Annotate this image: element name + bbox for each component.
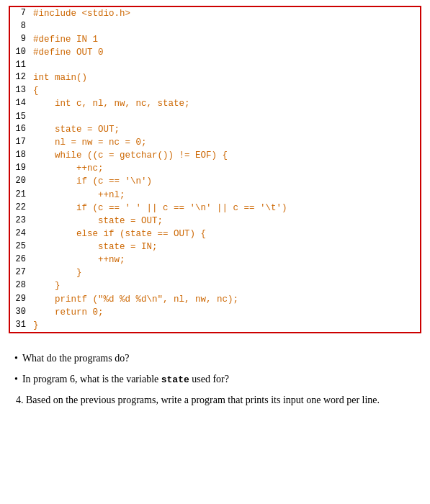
line-number: 7 [10, 7, 30, 20]
code-line: 9#define IN 1 [10, 33, 420, 46]
q2-code: state [161, 374, 189, 385]
code-line: 30 return 0; [10, 306, 420, 319]
code-line: 11 [10, 59, 420, 71]
line-number: 11 [10, 59, 30, 71]
bullet-2: • [14, 372, 18, 387]
line-number: 10 [10, 46, 30, 59]
questions-section: • What do the programs do? • In program … [0, 345, 430, 420]
code-block: 7#include <stdio.h>89#define IN 110#defi… [9, 6, 421, 333]
line-number: 25 [10, 240, 30, 253]
line-number: 19 [10, 162, 30, 175]
code-line: 14 int c, nl, nw, nc, state; [10, 97, 420, 110]
line-code: state = OUT; [30, 215, 420, 228]
code-line: 25 state = IN; [10, 240, 420, 253]
line-number: 16 [10, 123, 30, 136]
line-number: 13 [10, 84, 30, 97]
line-code [30, 111, 420, 123]
line-code: return 0; [30, 306, 420, 319]
line-code: #include <stdio.h> [30, 7, 420, 20]
bullet-1: • [14, 351, 18, 366]
line-code: nl = nw = nc = 0; [30, 136, 420, 149]
line-code: ++nc; [30, 162, 420, 175]
question-text-2: In program 6, what is the variable state… [22, 372, 229, 387]
code-line: 23 state = OUT; [10, 215, 420, 228]
code-line: 21 ++nl; [10, 189, 420, 202]
line-code: int c, nl, nw, nc, state; [30, 97, 420, 110]
line-number: 21 [10, 189, 30, 202]
q2-suffix: used for? [189, 374, 229, 384]
line-number: 26 [10, 253, 30, 266]
line-code: ++nl; [30, 189, 420, 202]
line-number: 22 [10, 202, 30, 215]
line-number: 12 [10, 71, 30, 84]
code-line: 28 } [10, 279, 420, 292]
question-text-1: What do the programs do? [22, 351, 130, 366]
code-line: 7#include <stdio.h> [10, 7, 420, 20]
line-number: 17 [10, 136, 30, 149]
code-line: 15 [10, 111, 420, 123]
line-number: 29 [10, 293, 30, 306]
line-number: 23 [10, 215, 30, 228]
line-number: 18 [10, 149, 30, 162]
line-code: } [30, 266, 420, 279]
line-number: 15 [10, 111, 30, 123]
line-number: 20 [10, 175, 30, 188]
line-number: 24 [10, 228, 30, 240]
line-number: 9 [10, 33, 30, 46]
line-code: else if (state == OUT) { [30, 228, 420, 240]
code-line: 8 [10, 20, 420, 32]
line-code: { [30, 84, 420, 97]
page-container: 7#include <stdio.h>89#define IN 110#defi… [0, 6, 430, 504]
line-code: ++nw; [30, 253, 420, 266]
question-item-1: • What do the programs do? [14, 351, 416, 366]
code-line: 19 ++nc; [10, 162, 420, 175]
line-code: int main() [30, 71, 420, 84]
code-line: 17 nl = nw = nc = 0; [10, 136, 420, 149]
line-number: 28 [10, 279, 30, 292]
code-line: 24 else if (state == OUT) { [10, 228, 420, 240]
code-line: 18 while ((c = getchar()) != EOF) { [10, 149, 420, 162]
line-number: 31 [10, 319, 30, 332]
line-code: if (c == ' ' || c == '\n' || c == '\t') [30, 202, 420, 215]
code-line: 29 printf ("%d %d %d\n", nl, nw, nc); [10, 293, 420, 306]
code-line: 16 state = OUT; [10, 123, 420, 136]
code-line: 26 ++nw; [10, 253, 420, 266]
line-code: state = IN; [30, 240, 420, 253]
code-line: 20 if (c == '\n') [10, 175, 420, 188]
question-item-2: • In program 6, what is the variable sta… [14, 372, 416, 387]
code-line: 31} [10, 319, 420, 332]
line-number: 30 [10, 306, 30, 319]
line-code [30, 20, 420, 32]
line-code: } [30, 319, 420, 332]
line-code: } [30, 279, 420, 292]
line-number: 27 [10, 266, 30, 279]
line-code: state = OUT; [30, 123, 420, 136]
question-4: 4. Based on the previous programs, write… [14, 392, 416, 408]
q2-prefix: In program 6, what is the variable [22, 374, 161, 384]
code-line: 22 if (c == ' ' || c == '\n' || c == '\t… [10, 202, 420, 215]
line-code: printf ("%d %d %d\n", nl, nw, nc); [30, 293, 420, 306]
line-code: while ((c = getchar()) != EOF) { [30, 149, 420, 162]
code-line: 13{ [10, 84, 420, 97]
line-code: #define IN 1 [30, 33, 420, 46]
line-number: 8 [10, 20, 30, 32]
line-code: #define OUT 0 [30, 46, 420, 59]
line-number: 14 [10, 97, 30, 110]
code-table: 7#include <stdio.h>89#define IN 110#defi… [10, 7, 420, 332]
code-line: 27 } [10, 266, 420, 279]
code-line: 10#define OUT 0 [10, 46, 420, 59]
line-code: if (c == '\n') [30, 175, 420, 188]
code-line: 12int main() [10, 71, 420, 84]
line-code [30, 59, 420, 71]
